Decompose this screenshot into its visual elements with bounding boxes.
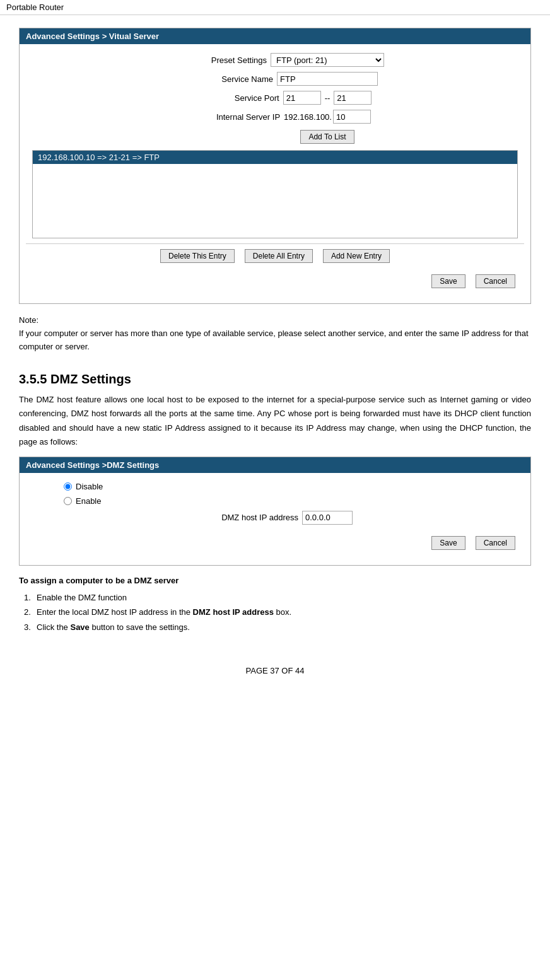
add-to-list-button[interactable]: Add To List: [300, 130, 354, 144]
step3-text: Click the Save button to save the settin…: [37, 620, 190, 634]
dmz-ip-row: DMZ host IP address: [26, 511, 524, 525]
internal-ip-label: Internal Server IP: [179, 112, 280, 122]
page-content: Advanced Settings > Vitual Server Preset…: [0, 15, 550, 647]
virtual-server-cancel-button[interactable]: Cancel: [476, 274, 515, 288]
service-name-input[interactable]: [277, 72, 378, 86]
disable-label: Disable: [76, 482, 103, 491]
step1-text: Enable the DMZ function: [37, 590, 127, 605]
step2-num: 2.: [19, 605, 37, 619]
assign-step-1: 1. Enable the DMZ function: [19, 590, 531, 605]
assign-step-3: 3. Click the Save button to save the set…: [19, 620, 531, 634]
add-new-entry-button[interactable]: Add New Entry: [323, 249, 390, 263]
disable-radio[interactable]: [64, 482, 72, 491]
preset-settings-row: Preset Settings FTP (port: 21): [26, 53, 524, 67]
footer-text: PAGE 37 OF 44: [246, 666, 305, 675]
assign-steps-list: 1. Enable the DMZ function 2. Enter the …: [19, 590, 531, 634]
dmz-description: The DMZ host feature allows one local ho…: [19, 393, 531, 448]
service-port-to-input[interactable]: [334, 91, 372, 105]
dmz-save-cancel-row: Save Cancel: [26, 530, 524, 556]
step3-num: 3.: [19, 620, 37, 634]
assign-section: To assign a computer to be a DMZ server …: [19, 576, 531, 634]
internal-ip-row: Internal Server IP 192.168.100.: [26, 110, 524, 124]
dmz-panel-body: Disable Enable DMZ host IP address Save …: [20, 473, 530, 565]
header-title: Portable Router: [6, 3, 64, 12]
note-label: Note:: [19, 315, 38, 325]
virtual-server-panel: Advanced Settings > Vitual Server Preset…: [19, 28, 531, 304]
save-cancel-row: Save Cancel: [26, 268, 524, 295]
disable-row: Disable: [26, 482, 524, 491]
virtual-server-save-button[interactable]: Save: [431, 274, 465, 288]
enable-radio[interactable]: [64, 497, 72, 505]
page-header: Portable Router: [0, 0, 550, 15]
virtual-server-body: Preset Settings FTP (port: 21) Service N…: [20, 44, 530, 303]
entry-buttons-row: Delete This Entry Delete All Entry Add N…: [26, 243, 524, 268]
assign-step-2: 2. Enter the local DMZ host IP address i…: [19, 605, 531, 619]
service-port-from-input[interactable]: [283, 91, 321, 105]
service-port-label: Service Port: [178, 93, 279, 103]
service-name-label: Service Name: [172, 74, 273, 84]
step2-bold: DMZ host IP address: [193, 607, 274, 617]
add-to-list-row: Add To List: [26, 129, 524, 145]
service-port-row: Service Port --: [26, 91, 524, 105]
dmz-ip-input[interactable]: [302, 511, 353, 525]
note-section: Note: If your computer or server has mor…: [19, 314, 531, 353]
dmz-ip-label: DMZ host IP address: [197, 513, 298, 522]
dmz-heading: 3.5.5 DMZ Settings: [19, 372, 531, 387]
step1-num: 1.: [19, 590, 37, 605]
delete-all-button[interactable]: Delete All Entry: [245, 249, 313, 263]
dmz-cancel-button[interactable]: Cancel: [476, 536, 515, 550]
assign-title: To assign a computer to be a DMZ server: [19, 576, 531, 585]
preset-select[interactable]: FTP (port: 21): [271, 53, 384, 67]
step2-text: Enter the local DMZ host IP address in t…: [37, 605, 291, 619]
page-footer: PAGE 37 OF 44: [0, 666, 550, 682]
enable-label: Enable: [76, 496, 101, 506]
enable-row: Enable: [26, 496, 524, 506]
service-name-row: Service Name: [26, 72, 524, 86]
note-text: If your computer or server has more than…: [19, 329, 529, 351]
internal-ip-suffix-input[interactable]: [333, 110, 371, 124]
ip-prefix: 192.168.100.: [284, 112, 332, 122]
dmz-panel-header: Advanced Settings >DMZ Settings: [20, 457, 530, 473]
delete-entry-button[interactable]: Delete This Entry: [160, 249, 235, 263]
dmz-save-button[interactable]: Save: [431, 536, 465, 550]
preset-label: Preset Settings: [166, 55, 267, 65]
step3-bold: Save: [70, 622, 89, 632]
listbox-item[interactable]: 192.168.100.10 => 21-21 => FTP: [33, 151, 517, 164]
dash-separator: --: [325, 93, 331, 103]
virtual-server-listbox[interactable]: 192.168.100.10 => 21-21 => FTP: [32, 150, 518, 238]
dmz-panel: Advanced Settings >DMZ Settings Disable …: [19, 457, 531, 566]
virtual-server-header: Advanced Settings > Vitual Server: [20, 28, 530, 44]
